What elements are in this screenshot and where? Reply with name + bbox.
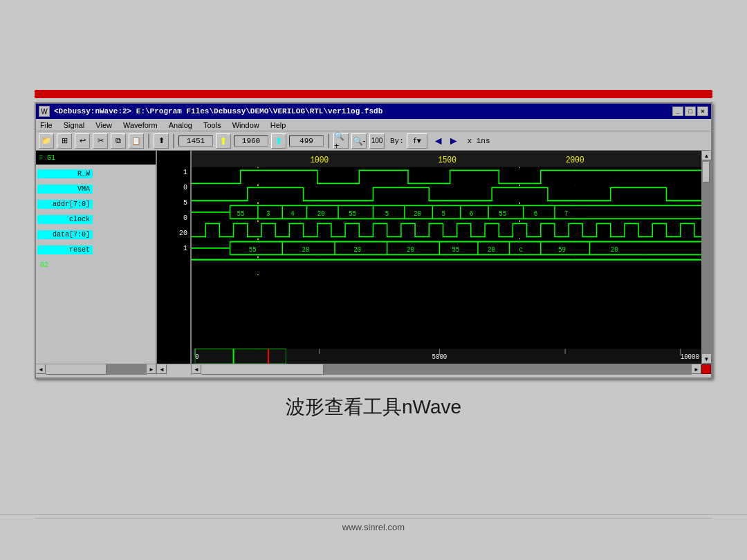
group1-label: = G1 <box>39 154 55 162</box>
svg-text:20: 20 <box>317 209 325 218</box>
signal-row-vma: VMA <box>36 181 156 196</box>
svg-text:55: 55 <box>499 209 506 218</box>
split-button[interactable]: ⊞ <box>57 133 72 149</box>
svg-text:28: 28 <box>302 245 310 254</box>
menu-tools[interactable]: Tools <box>202 120 223 130</box>
waveform-panel[interactable]: 1000 1500 2000 <box>192 151 701 364</box>
zoom-out-button[interactable]: 🔍- <box>351 133 367 149</box>
svg-text:20: 20 <box>407 245 414 254</box>
svg-text:1500: 1500 <box>438 155 456 165</box>
nav-fwd-arrow[interactable]: ► <box>448 135 459 147</box>
svg-text:20: 20 <box>488 245 495 254</box>
menu-waveform[interactable]: Waveform <box>122 120 159 130</box>
signal-row-rw: R_W <box>36 166 156 181</box>
wave-scroll-thumb[interactable] <box>201 364 324 375</box>
svg-text:0: 0 <box>195 353 199 361</box>
sig-scroll-thumb[interactable] <box>46 364 107 375</box>
back-button[interactable]: ↩ <box>75 133 90 149</box>
signal-name-clock[interactable]: clock <box>37 215 93 224</box>
signal-name-reset[interactable]: reset <box>37 245 93 254</box>
scale-select[interactable]: f▼ <box>407 133 427 149</box>
caption-text: 波形查看工具nWave <box>286 396 461 418</box>
bottom-scrollbar-row: ◄ ► ◄ ◄ ► <box>36 364 711 375</box>
wave-scroll-track[interactable] <box>201 364 692 375</box>
menu-signal[interactable]: Signal <box>62 120 86 130</box>
v-scroll-down-btn[interactable]: ▼ <box>702 354 712 364</box>
v-scroll-track[interactable] <box>702 160 712 354</box>
signal-row-addr: addr[7:0] <box>36 196 156 212</box>
marker-value[interactable]: 1960 <box>234 136 268 147</box>
zoom-in-button[interactable]: 🔍+ <box>333 133 349 149</box>
signal-row-reset: reset <box>36 242 156 257</box>
menu-window[interactable]: Window <box>231 120 261 130</box>
svg-text:2000: 2000 <box>566 155 584 165</box>
sig-scroll-left[interactable]: ◄ <box>36 364 46 374</box>
sig-scroll-right[interactable]: ► <box>147 364 156 374</box>
menu-bar: File Signal View Waveform Analog Tools W… <box>36 119 711 131</box>
close-button[interactable]: × <box>697 106 708 116</box>
maximize-button[interactable]: □ <box>685 106 696 116</box>
caption: 波形查看工具nWave <box>0 394 747 420</box>
cut-button[interactable]: ✂ <box>93 133 108 149</box>
val-scroll-left[interactable]: ◄ <box>157 364 167 374</box>
by-label: By: <box>390 137 404 145</box>
delta-value[interactable]: 499 <box>289 136 324 147</box>
nwave-window: W <Debussy:nWave:2> E:\Program Files\Deb… <box>35 102 712 379</box>
value-vma: 0 <box>157 180 190 195</box>
toolbar: 📁 ⊞ ↩ ✂ ⧉ 📋 ⬆ 1451 ⬆ 1960 ⬆ 499 🔍+ 🔍- 10… <box>36 131 711 151</box>
main-content: = G1 R_W VMA addr[7:0] clock data[7:0] <box>36 151 711 364</box>
sig-scroll-track[interactable] <box>46 364 147 375</box>
svg-text:4: 4 <box>290 209 295 218</box>
waveform-svg: 1000 1500 2000 <box>192 151 701 364</box>
svg-rect-64 <box>192 240 701 256</box>
zoom-fit-button[interactable]: 100 <box>369 133 385 149</box>
menu-analog[interactable]: Analog <box>167 120 194 130</box>
svg-text:c: c <box>519 245 523 254</box>
wave-h-scroll: ◄ ► <box>192 364 701 375</box>
minimize-button[interactable]: _ <box>672 106 683 116</box>
val-scroll-spacer: ◄ <box>157 364 192 375</box>
wave-scroll-right[interactable]: ► <box>692 364 701 374</box>
nav-back-arrow[interactable]: ◄ <box>433 135 444 147</box>
signal-row-clock: clock <box>36 212 156 227</box>
svg-text:55: 55 <box>349 209 356 218</box>
svg-text:55: 55 <box>249 245 257 254</box>
svg-text:20: 20 <box>611 245 618 254</box>
svg-text:10000: 10000 <box>681 353 699 361</box>
corner-button[interactable] <box>701 364 711 374</box>
window-buttons: _ □ × <box>672 106 708 116</box>
svg-text:3: 3 <box>266 209 270 218</box>
top-red-bar <box>35 90 712 98</box>
scale-label: x 1ns <box>468 137 490 145</box>
v-scrollbar[interactable]: ▲ ▼ <box>701 151 711 364</box>
menu-file[interactable]: File <box>39 120 54 130</box>
paste-button[interactable]: 📋 <box>129 133 144 149</box>
signal-name-rw[interactable]: R_W <box>37 169 93 178</box>
copy-button[interactable]: ⧉ <box>111 133 126 149</box>
marker-icon: ⬆ <box>216 133 231 149</box>
signal-name-data[interactable]: data[7:0] <box>37 230 93 239</box>
v-scroll-thumb[interactable] <box>703 162 710 183</box>
svg-text:6: 6 <box>470 209 474 218</box>
signal-panel: = G1 R_W VMA addr[7:0] clock data[7:0] <box>36 151 157 364</box>
signal-name-addr[interactable]: addr[7:0] <box>37 200 93 209</box>
value-panel: 1 0 5 0 20 1 <box>157 151 192 364</box>
menu-view[interactable]: View <box>94 120 113 130</box>
toolbar-sep3 <box>328 134 329 148</box>
menu-help[interactable]: Help <box>269 120 288 130</box>
cursor-button[interactable]: ⬆ <box>154 133 169 149</box>
v-scroll-up-btn[interactable]: ▲ <box>702 151 712 160</box>
toolbar-sep1 <box>148 134 149 148</box>
svg-rect-104 <box>192 258 701 274</box>
cursor-value[interactable]: 1451 <box>178 136 213 147</box>
footer-text: www.sinrel.com <box>342 522 405 532</box>
svg-rect-106 <box>192 275 701 349</box>
title-bar: W <Debussy:nWave:2> E:\Program Files\Deb… <box>36 104 711 119</box>
signal-name-vma[interactable]: VMA <box>37 185 93 194</box>
open-button[interactable]: 📁 <box>39 133 54 149</box>
svg-text:59: 59 <box>558 245 566 254</box>
value-reset: 1 <box>157 241 190 256</box>
footer: www.sinrel.com <box>0 514 747 532</box>
wave-scroll-left[interactable]: ◄ <box>192 364 201 374</box>
svg-text:1000: 1000 <box>310 155 329 165</box>
